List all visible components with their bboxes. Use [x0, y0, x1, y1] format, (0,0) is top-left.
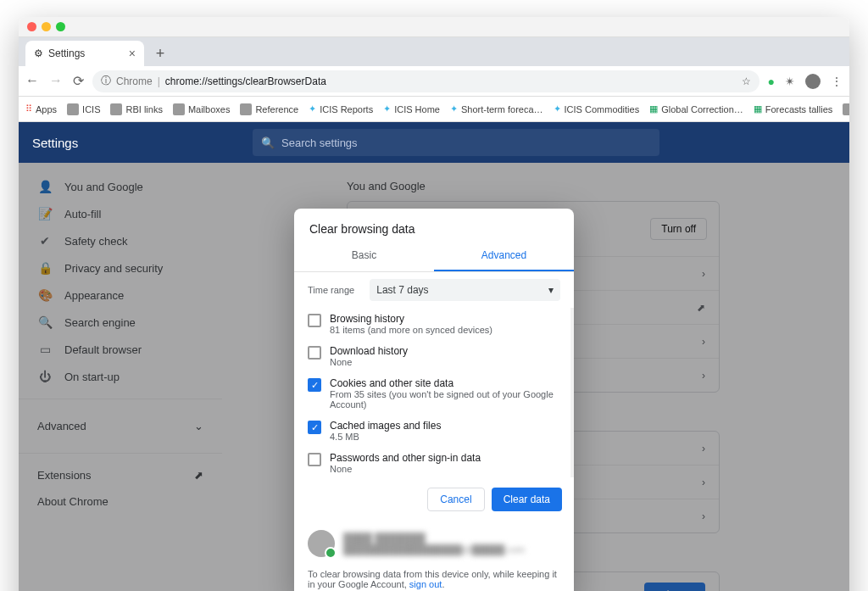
settings-body: 👤You and Google 📝Auto-fill ✔Safety check… — [19, 163, 849, 591]
toolbar: ← → ⟳ ⓘ Chrome | chrome://settings/clear… — [19, 66, 849, 97]
menu-icon[interactable]: ⋮ — [831, 75, 843, 88]
bookmark-item[interactable]: ✦ICIS Home — [383, 103, 440, 114]
checkbox[interactable] — [308, 314, 321, 327]
checkbox-row-cached[interactable]: ✓Cached images and files4.5 MB — [294, 415, 570, 447]
gear-icon: ⚙ — [34, 47, 43, 59]
time-range-label: Time range — [308, 285, 354, 295]
checkbox[interactable] — [308, 346, 321, 360]
bookmark-item[interactable]: ✦ICIS Reports — [309, 103, 373, 114]
tab-basic[interactable]: Basic — [294, 241, 434, 271]
checkbox-row-browsing-history[interactable]: Browsing history81 items (and more on sy… — [294, 308, 570, 340]
bookmark-item[interactable]: Mailboxes — [173, 103, 231, 115]
maximize-window-button[interactable] — [56, 22, 65, 31]
sign-out-link[interactable]: sign out — [409, 579, 442, 589]
checkbox[interactable]: ✓ — [308, 421, 321, 434]
search-placeholder: Search settings — [281, 137, 358, 149]
tab-close-button[interactable]: × — [129, 47, 136, 60]
evernote-icon[interactable]: ● — [768, 75, 775, 88]
profile-avatar-icon[interactable] — [805, 74, 821, 89]
search-icon: 🔍 — [261, 137, 275, 149]
clear-data-button[interactable]: Clear data — [492, 488, 562, 511]
url-path: chrome://settings/clearBrowserData — [165, 75, 326, 87]
other-bookmarks[interactable]: Other Bookmarks — [843, 103, 849, 115]
tab-title: Settings — [48, 47, 85, 59]
new-tab-button[interactable]: + — [149, 42, 171, 64]
tab-advanced[interactable]: Advanced — [434, 241, 574, 271]
checkbox-row-cookies[interactable]: ✓Cookies and other site dataFrom 35 site… — [294, 372, 570, 415]
checkbox[interactable] — [308, 453, 321, 466]
dialog-actions: Cancel Clear data — [294, 477, 574, 521]
bookmark-item[interactable]: Reference — [240, 103, 298, 115]
mac-titlebar — [19, 17, 849, 37]
forward-button[interactable]: → — [49, 73, 63, 89]
avatar — [308, 530, 335, 557]
bookmark-item[interactable]: ▦Global Correction… — [649, 103, 743, 114]
dialog-title: Clear browsing data — [294, 209, 574, 241]
settings-header: Settings 🔍 Search settings — [19, 122, 849, 163]
bookmark-item[interactable]: ✦Short-term foreca… — [450, 103, 543, 114]
bookmark-item[interactable]: ▦Forecasts tallies — [754, 103, 832, 114]
extensions-icon[interactable]: ✴ — [785, 75, 795, 88]
minimize-window-button[interactable] — [42, 22, 51, 31]
clear-browsing-data-dialog: Clear browsing data Basic Advanced Time … — [294, 209, 574, 591]
url-prefix: Chrome — [116, 75, 153, 87]
time-range-row: Time range Last 7 days ▾ — [294, 272, 574, 308]
dialog-items: Browsing history81 items (and more on sy… — [294, 308, 574, 477]
bookmark-item[interactable]: ICIS — [67, 103, 100, 115]
time-range-select[interactable]: Last 7 days ▾ — [370, 279, 560, 301]
bookmark-bar: ⠿Apps ICIS RBI links Mailboxes Reference… — [19, 97, 849, 122]
browser-tab[interactable]: ⚙ Settings × — [25, 41, 144, 66]
checkbox-row-download-history[interactable]: Download historyNone — [294, 340, 570, 372]
back-button[interactable]: ← — [25, 73, 39, 89]
reload-button[interactable]: ⟳ — [73, 73, 84, 89]
bookmark-item[interactable]: RBI links — [110, 103, 162, 115]
browser-window: ⚙ Settings × + ← → ⟳ ⓘ Chrome | chrome:/… — [19, 17, 849, 591]
settings-title: Settings — [32, 136, 253, 150]
dialog-footer: To clear browsing data from this device … — [294, 566, 574, 591]
address-bar[interactable]: ⓘ Chrome | chrome://settings/clearBrowse… — [92, 70, 760, 92]
bookmark-item[interactable]: ✦ICIS Commodities — [554, 103, 640, 114]
modal-scrim[interactable]: Clear browsing data Basic Advanced Time … — [19, 163, 849, 591]
checkbox[interactable]: ✓ — [308, 378, 321, 392]
chevron-down-icon: ▾ — [548, 284, 554, 296]
site-info-icon[interactable]: ⓘ — [101, 74, 111, 88]
apps-shortcut[interactable]: ⠿Apps — [25, 103, 57, 114]
dialog-tabs: Basic Advanced — [294, 241, 574, 272]
tab-strip: ⚙ Settings × + — [19, 37, 849, 66]
dialog-profile: ████ █████████████████████████@█████.com — [294, 521, 574, 566]
cancel-button[interactable]: Cancel — [427, 488, 484, 511]
settings-search[interactable]: 🔍 Search settings — [253, 129, 659, 156]
star-icon[interactable]: ☆ — [742, 75, 751, 87]
nav-buttons: ← → ⟳ — [25, 73, 84, 89]
extension-icons: ● ✴ ⋮ — [768, 74, 843, 89]
close-window-button[interactable] — [27, 22, 36, 31]
checkbox-row-passwords[interactable]: Passwords and other sign-in dataNone — [294, 447, 570, 477]
